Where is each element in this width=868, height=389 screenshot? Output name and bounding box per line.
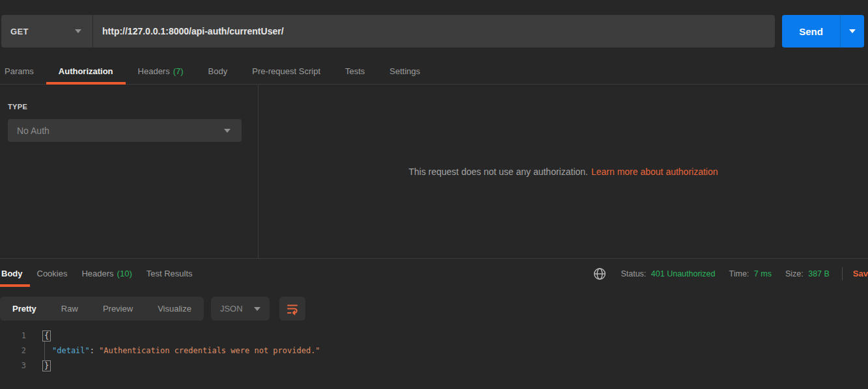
- open-brace: {: [42, 330, 51, 342]
- auth-type-dropdown[interactable]: No Auth: [8, 119, 242, 142]
- method-select[interactable]: GET: [1, 15, 93, 47]
- tab-label: Pre-request Script: [252, 66, 320, 76]
- tab-authorization[interactable]: Authorization: [46, 58, 126, 84]
- size-group: Size: 387 B: [785, 269, 830, 278]
- tab-label: Tests: [345, 66, 365, 76]
- response-meta: Status: 401 Unauthorized Time: 7 ms Size…: [593, 267, 868, 281]
- chevron-down-icon: [224, 129, 231, 133]
- tab-body[interactable]: Body: [196, 58, 240, 84]
- send-options-button[interactable]: [840, 15, 864, 47]
- tab-pre-request-script[interactable]: Pre-request Script: [240, 58, 333, 84]
- close-brace: }: [42, 360, 51, 371]
- request-url-bar: GET http://127.0.0.1:8000/api-auth/curre…: [1, 15, 775, 47]
- view-raw[interactable]: Raw: [49, 297, 91, 321]
- format-value: JSON: [220, 304, 243, 314]
- tab-label: Body: [1, 269, 23, 278]
- size-label: Size:: [785, 269, 804, 278]
- auth-type-label: TYPE: [8, 103, 250, 111]
- tab-headers[interactable]: Headers (7): [126, 58, 196, 84]
- time-label: Time:: [729, 269, 749, 278]
- response-header: Body Cookies Headers (10) Test Results: [0, 259, 868, 288]
- json-string-value: "Authentication credentials were not pro…: [99, 346, 320, 355]
- wrap-text-button[interactable]: [279, 297, 305, 321]
- size-value: 387 B: [808, 269, 830, 278]
- format-dropdown[interactable]: JSON: [211, 297, 270, 321]
- response-tabs: Body Cookies Headers (10) Test Results: [0, 259, 200, 288]
- time-group: Time: 7 ms: [729, 269, 772, 278]
- tab-label: Headers: [138, 66, 170, 76]
- response-toolbar: Pretty Raw Preview Visualize JSON: [0, 297, 868, 321]
- auth-message-panel: This request does not use any authorizat…: [259, 85, 868, 258]
- chevron-down-icon: [849, 29, 856, 33]
- json-key: "detail": [52, 346, 90, 355]
- status-value: 401 Unauthorized: [651, 269, 716, 278]
- code-line-3: 3 }: [0, 358, 868, 373]
- method-label: GET: [10, 27, 29, 36]
- status-group: Status: 401 Unauthorized: [621, 269, 715, 278]
- send-button[interactable]: Send: [782, 15, 840, 47]
- url-input[interactable]: http://127.0.0.1:8000/api-auth/currentUs…: [93, 15, 775, 47]
- response-body-editor[interactable]: 1 { 2 "detail":"Authentication credentia…: [0, 327, 868, 389]
- auth-type-panel: TYPE No Auth: [0, 85, 259, 258]
- tab-settings[interactable]: Settings: [377, 58, 432, 84]
- chevron-down-icon: [254, 307, 260, 311]
- chevron-down-icon: [75, 29, 81, 33]
- view-visualize[interactable]: Visualize: [145, 297, 204, 321]
- line-number: 3: [0, 358, 26, 373]
- globe-icon[interactable]: [593, 267, 607, 281]
- response-headers-count-badge: (10): [117, 269, 132, 278]
- auth-message: This request does not use any authorizat…: [408, 167, 588, 177]
- request-tabs: Params Authorization Headers (7) Body Pr…: [0, 58, 868, 85]
- save-response-button[interactable]: Sav: [853, 269, 868, 278]
- send-button-group: Send: [782, 15, 864, 47]
- json-colon: :: [90, 346, 94, 355]
- indent-guide: [44, 342, 45, 361]
- status-label: Status:: [621, 269, 646, 278]
- response-tab-cookies[interactable]: Cookies: [30, 259, 75, 288]
- headers-count-badge: (7): [173, 66, 184, 76]
- view-pretty[interactable]: Pretty: [0, 297, 49, 321]
- tab-label: Authorization: [59, 66, 113, 76]
- meta-divider: [842, 267, 843, 280]
- tab-label: Params: [5, 66, 34, 76]
- view-preview[interactable]: Preview: [91, 297, 145, 321]
- tab-label: Headers: [81, 269, 113, 278]
- line-number: 1: [0, 329, 26, 343]
- time-value: 7 ms: [754, 269, 772, 278]
- response-tab-body[interactable]: Body: [0, 259, 30, 288]
- view-switcher: Pretty Raw Preview Visualize: [0, 297, 204, 321]
- tab-label: Settings: [389, 66, 420, 76]
- tab-label: Body: [208, 66, 228, 76]
- authorization-panel: TYPE No Auth This request does not use a…: [0, 85, 868, 258]
- code-line-1: 1 {: [0, 329, 868, 343]
- response-tab-test-results[interactable]: Test Results: [139, 259, 200, 288]
- auth-type-value: No Auth: [17, 126, 49, 136]
- tab-label: Cookies: [37, 269, 68, 278]
- tab-label: Test Results: [147, 269, 193, 278]
- learn-more-link[interactable]: Learn more about authorization: [591, 167, 718, 177]
- line-number: 2: [0, 343, 26, 358]
- tab-tests[interactable]: Tests: [333, 58, 377, 84]
- code-line-2: 2 "detail":"Authentication credentials w…: [0, 343, 868, 358]
- response-tab-headers[interactable]: Headers (10): [74, 259, 139, 288]
- wrap-text-icon: [286, 302, 299, 315]
- tab-params[interactable]: Params: [0, 58, 46, 84]
